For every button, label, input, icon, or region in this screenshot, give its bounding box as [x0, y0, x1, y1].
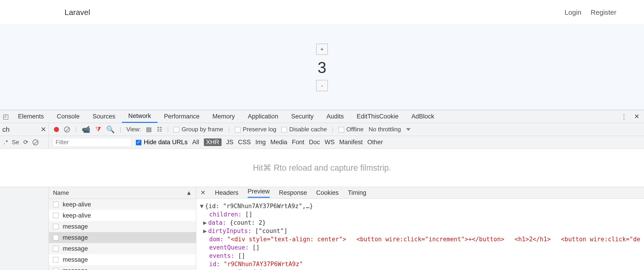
search-icon[interactable]: 🔍 — [106, 125, 115, 134]
network-filter-input[interactable] — [53, 138, 131, 147]
devtools-panel: ◰ Elements Console Sources Network Perfo… — [0, 110, 644, 270]
request-checkbox[interactable] — [53, 235, 58, 240]
tab-performance[interactable]: Performance — [158, 110, 206, 123]
regex-toggle-icon[interactable]: .* — [4, 139, 8, 146]
filter-type-xhr[interactable]: XHR — [204, 138, 222, 146]
filter-clear-icon[interactable] — [32, 139, 38, 145]
search-panel-close-icon[interactable]: ✕ — [40, 125, 46, 134]
request-name: message — [63, 223, 88, 230]
request-row[interactable]: message — [49, 243, 196, 254]
disable-cache-label: Disable cache — [289, 126, 327, 133]
filter-toggle-icon[interactable]: ⧩ — [95, 125, 101, 134]
request-row[interactable]: keep-alive — [49, 199, 196, 210]
detail-tab-timing[interactable]: Timing — [348, 189, 366, 196]
request-checkbox[interactable] — [53, 224, 58, 229]
tab-adblock[interactable]: AdBlock — [405, 110, 440, 123]
filter-type-doc[interactable]: Doc — [309, 139, 320, 146]
increment-button[interactable]: + — [316, 44, 328, 55]
request-name: message — [63, 245, 88, 252]
tab-audits[interactable]: Audits — [320, 110, 350, 123]
kebab-menu-icon[interactable]: ⋮ — [621, 113, 627, 120]
tab-sources[interactable]: Sources — [86, 110, 122, 123]
screenshot-icon[interactable]: 📹 — [82, 125, 90, 134]
request-checkbox[interactable] — [53, 246, 58, 251]
offline-label: Offline — [346, 126, 364, 133]
tab-network[interactable]: Network — [122, 110, 158, 123]
offline-checkbox[interactable] — [338, 127, 344, 133]
preserve-log-label: Preserve log — [243, 126, 276, 133]
tab-memory[interactable]: Memory — [206, 110, 242, 123]
throttling-dropdown-icon[interactable] — [406, 128, 411, 131]
request-row[interactable]: message — [49, 265, 196, 270]
view-large-icon[interactable]: ▤ — [146, 126, 152, 133]
filter-type-css[interactable]: CSS — [238, 139, 251, 146]
counter-widget: + 3 - — [316, 44, 328, 91]
detail-tab-cookies[interactable]: Cookies — [316, 189, 339, 196]
filter-type-all[interactable]: All — [192, 139, 199, 146]
filter-refresh-icon[interactable]: ⟳ — [23, 139, 28, 146]
detail-tab-preview[interactable]: Preview — [248, 188, 270, 198]
detail-close-icon[interactable]: ✕ — [200, 189, 206, 196]
request-row[interactable]: message — [49, 254, 196, 265]
request-checkbox[interactable] — [53, 202, 58, 207]
record-icon[interactable] — [54, 127, 59, 132]
login-link[interactable]: Login — [564, 8, 581, 16]
decrement-button[interactable]: - — [316, 80, 328, 91]
expand-toggle-icon[interactable]: ▼ — [200, 202, 204, 210]
filter-type-img[interactable]: Img — [256, 139, 266, 146]
request-list-header-name[interactable]: Name — [53, 189, 69, 196]
response-preview: ▼{id: "r9CNhun7AY37P6WrtA9z",…} children… — [196, 199, 644, 270]
request-name: message — [63, 234, 88, 241]
filter-search-input[interactable]: Se — [12, 139, 19, 146]
request-checkbox[interactable] — [53, 213, 58, 218]
tab-elements[interactable]: Elements — [12, 110, 50, 123]
request-checkbox[interactable] — [53, 257, 58, 263]
detail-tab-response[interactable]: Response — [279, 189, 307, 196]
hide-data-urls-label: Hide data URLs — [144, 139, 188, 145]
disable-cache-checkbox[interactable] — [282, 127, 287, 133]
network-request-list: Name ▲ keep-alivekeep-alivemessagemessag… — [49, 187, 196, 270]
request-row[interactable]: keep-alive — [49, 210, 196, 221]
filter-type-ws[interactable]: WS — [324, 139, 335, 146]
app-brand: Laravel — [64, 8, 90, 17]
request-name: message — [63, 267, 88, 270]
request-name: keep-alive — [63, 212, 91, 219]
filter-type-other[interactable]: Other — [367, 139, 383, 146]
group-by-frame-checkbox[interactable] — [174, 127, 179, 133]
preserve-log-checkbox[interactable] — [235, 127, 240, 133]
request-name: keep-alive — [63, 201, 91, 208]
hide-data-urls-checkbox[interactable] — [136, 140, 142, 145]
search-sidebar — [0, 187, 49, 270]
filter-type-media[interactable]: Media — [270, 139, 288, 146]
request-name: message — [63, 256, 88, 263]
detail-tab-headers[interactable]: Headers — [215, 189, 238, 196]
view-small-icon[interactable]: ☷ — [157, 126, 162, 133]
search-panel-label: ch — [2, 126, 10, 134]
filter-type-manifest[interactable]: Manifest — [339, 139, 363, 146]
request-checkbox[interactable] — [53, 268, 58, 270]
tab-security[interactable]: Security — [285, 110, 320, 123]
devtools-close-icon[interactable]: ✕ — [634, 113, 640, 120]
filter-type-js[interactable]: JS — [226, 139, 234, 146]
register-link[interactable]: Register — [590, 8, 616, 16]
throttling-select[interactable]: No throttling — [369, 126, 401, 133]
tab-application[interactable]: Application — [242, 110, 285, 123]
view-label: View: — [126, 126, 141, 133]
clear-icon[interactable] — [64, 127, 70, 133]
sort-icon[interactable]: ▲ — [186, 189, 192, 196]
expand-toggle-icon[interactable]: ▶ — [203, 227, 207, 235]
group-by-frame-label: Group by frame — [182, 126, 223, 133]
request-row[interactable]: message — [49, 221, 196, 232]
request-row[interactable]: message — [49, 232, 196, 243]
devtools-tabs: ◰ Elements Console Sources Network Perfo… — [0, 110, 644, 123]
filmstrip-empty-message: Hit ⌘ R to reload and capture filmstrip. — [0, 149, 644, 187]
filter-type-font[interactable]: Font — [292, 139, 304, 146]
inspect-element-icon[interactable]: ◰ — [0, 113, 12, 120]
tab-console[interactable]: Console — [50, 110, 86, 123]
keyboard-shortcut: ⌘ R — [263, 163, 280, 173]
expand-toggle-icon[interactable]: ▶ — [203, 219, 207, 227]
counter-value: 3 — [318, 58, 326, 76]
tab-editthiscookie[interactable]: EditThisCookie — [350, 110, 405, 123]
